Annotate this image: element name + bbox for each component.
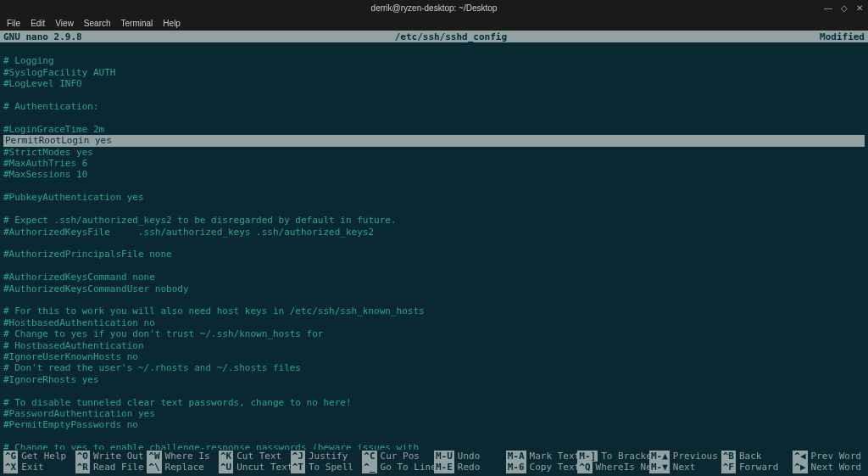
shortcut-key: ^R (75, 462, 90, 473)
editor-line[interactable]: #PermitEmptyPasswords no (3, 419, 865, 430)
shortcut-key: ^K (219, 451, 233, 462)
shortcut-label: Prev Word (811, 451, 862, 462)
shortcut: M-6Copy Text (506, 462, 578, 473)
shortcut-label: Uncut Text (236, 462, 290, 473)
shortcut-label: Cur Pos (381, 451, 420, 462)
editor-line[interactable]: #SyslogFacility AUTH (3, 67, 865, 78)
shortcut-label: Previous (673, 451, 718, 462)
shortcut-key: ^U (219, 462, 233, 473)
editor-line[interactable] (3, 204, 865, 215)
shortcut-label: Justify (309, 451, 348, 462)
editor-line[interactable] (3, 238, 865, 249)
shortcut-label: Exit (21, 462, 44, 473)
editor-line[interactable]: # Expect .ssh/authorized_keys2 to be dis… (3, 215, 865, 226)
shortcut: ^XExit (3, 462, 75, 473)
nano-modified-status: Modified (820, 31, 865, 42)
menu-view[interactable]: View (55, 19, 74, 28)
editor-line[interactable]: #IgnoreUserKnownHosts no (3, 351, 865, 362)
editor-line[interactable]: #AuthorizedPrincipalsFile none (3, 249, 865, 260)
nano-version: GNU nano 2.9.8 (3, 31, 82, 42)
editor-line[interactable]: # HostbasedAuthentication (3, 340, 865, 351)
editor-line[interactable]: #IgnoreRhosts yes (3, 374, 865, 385)
editor-line[interactable] (3, 44, 865, 55)
menu-bar: File Edit View Search Terminal Help (0, 15, 868, 31)
shortcut: M-AMark Text (506, 451, 578, 462)
shortcut: ^\Replace (147, 462, 219, 473)
nano-header: GNU nano 2.9.8 /etc/ssh/sshd_config Modi… (0, 31, 868, 42)
shortcut-key: M-▼ (649, 462, 670, 473)
shortcut-key: ^F (721, 462, 736, 473)
shortcut-label: Mark Text (530, 451, 578, 462)
nano-shortcuts: ^GGet Help^OWrite Out^WWhere Is^KCut Tex… (0, 450, 868, 477)
shortcut: M-▼Next (649, 462, 721, 473)
editor-line[interactable]: # To disable tunneled clear text passwor… (3, 397, 865, 408)
editor-line[interactable]: #PubkeyAuthentication yes (3, 192, 865, 203)
shortcut: ^▶Next Word (793, 462, 865, 473)
editor-line[interactable]: #LogLevel INFO (3, 78, 865, 89)
editor-line[interactable]: # Logging (3, 55, 865, 66)
shortcut-key: ^O (75, 451, 90, 462)
shortcut-label: To Bracket (601, 451, 649, 462)
shortcut: ^BBack (721, 451, 793, 462)
shortcut-key: ^G (3, 451, 18, 462)
shortcut: M-UUndo (434, 451, 506, 462)
shortcut-key: M-6 (506, 462, 526, 473)
editor-line[interactable]: # Change to yes if you don't trust ~/.ss… (3, 328, 865, 339)
editor-line[interactable]: # Authentication: (3, 101, 865, 112)
editor-line[interactable] (3, 294, 865, 305)
shortcut-label: Redo (458, 462, 481, 473)
editor-line[interactable] (3, 181, 865, 192)
shortcut-key: ^J (291, 451, 305, 462)
editor-line[interactable]: #MaxAuthTries 6 (3, 158, 865, 169)
shortcut-label: Read File (93, 462, 144, 473)
minimize-icon[interactable]: — (824, 3, 832, 13)
shortcut: ^UUncut Text (219, 462, 291, 473)
editor-line[interactable] (3, 90, 865, 101)
editor-line[interactable]: #AuthorizedKeysCommand none (3, 272, 865, 283)
shortcut-key: ^Q (577, 462, 592, 473)
editor-line[interactable] (3, 431, 865, 442)
shortcut-key: ^▶ (793, 462, 807, 473)
shortcut-key: M-A (506, 451, 526, 462)
editor-line[interactable]: # Change to yes to enable challenge-resp… (3, 442, 865, 449)
editor-line[interactable]: #StrictModes yes (3, 147, 865, 158)
editor-line[interactable] (3, 385, 865, 396)
shortcut: ^JJustify (291, 451, 363, 462)
editor-line[interactable]: #AuthorizedKeysFile .ssh/authorized_keys… (3, 227, 865, 238)
maximize-icon[interactable]: ◇ (841, 3, 848, 13)
editor-line[interactable] (3, 260, 865, 272)
editor-body[interactable]: # Logging#SyslogFacility AUTH#LogLevel I… (0, 42, 868, 450)
menu-terminal[interactable]: Terminal (121, 19, 153, 28)
shortcut-label: Forward (739, 462, 778, 473)
shortcut: ^CCur Pos (362, 451, 434, 462)
editor-line[interactable]: PermitRootLogin yes (3, 135, 865, 146)
shortcut: ^QWhereIs Next (577, 462, 649, 473)
shortcut-label: Copy Text (530, 462, 578, 473)
shortcut-label: Next (673, 462, 696, 473)
editor-line[interactable]: # For this to work you will also need ho… (3, 305, 865, 316)
shortcut: ^OWrite Out (75, 451, 147, 462)
editor-line[interactable] (3, 112, 865, 123)
editor-line[interactable]: #PasswordAuthentication yes (3, 408, 865, 419)
shortcut-key: ^X (3, 462, 18, 473)
shortcut-label: WhereIs Next (596, 462, 649, 473)
shortcut-label: Undo (458, 451, 481, 462)
shortcut: ^KCut Text (219, 451, 291, 462)
menu-search[interactable]: Search (84, 19, 111, 28)
close-icon[interactable]: ✕ (856, 3, 863, 13)
editor-line[interactable]: #LoginGraceTime 2m (3, 124, 865, 135)
menu-edit[interactable]: Edit (31, 19, 45, 28)
shortcut: M-▲Previous (649, 451, 721, 462)
shortcut-label: To Spell (309, 462, 353, 473)
shortcut-key: M-] (577, 451, 598, 462)
shortcut-key: ^B (721, 451, 736, 462)
menu-file[interactable]: File (7, 19, 20, 28)
editor-line[interactable]: #MaxSessions 10 (3, 169, 865, 180)
window-title: derrik@ryzen-desktop: ~/Desktop (371, 3, 498, 13)
editor-line[interactable]: # Don't read the user's ~/.rhosts and ~/… (3, 362, 865, 373)
editor-line[interactable]: #AuthorizedKeysCommandUser nobody (3, 283, 865, 294)
menu-help[interactable]: Help (163, 19, 181, 28)
editor-line[interactable]: #HostbasedAuthentication no (3, 317, 865, 328)
shortcut-key: ^◀ (793, 451, 807, 462)
shortcut: ^◀Prev Word (793, 451, 865, 462)
